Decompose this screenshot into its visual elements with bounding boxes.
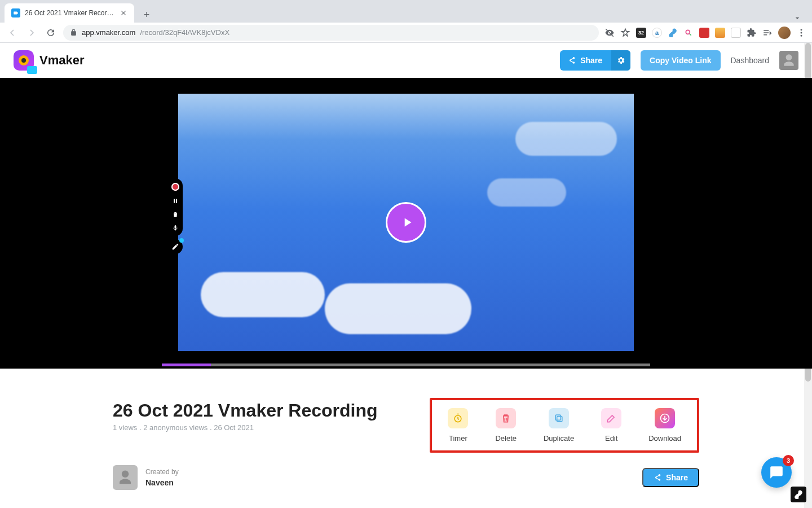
video-progress-track[interactable] <box>162 364 650 366</box>
video-thumbnail[interactable] <box>178 94 634 351</box>
timer-icon <box>448 408 468 428</box>
browser-toolbar: app.vmaker.com/record/32qF4lAVK8jcVDxX 3… <box>0 23 812 43</box>
chat-badge: 3 <box>783 455 794 466</box>
tab-favicon-icon <box>11 8 20 17</box>
browser-chrome: 26 Oct 2021 Vmaker Recording + app.vmake… <box>0 0 812 43</box>
chat-fab[interactable]: 3 <box>761 457 792 488</box>
edit-action[interactable]: Edit <box>601 408 621 443</box>
browser-menu-icon[interactable] <box>796 28 806 38</box>
forward-button[interactable] <box>25 26 38 40</box>
svg-point-4 <box>801 32 802 33</box>
duplicate-label: Duplicate <box>544 434 574 443</box>
svg-point-3 <box>801 29 802 30</box>
url-path: /record/32qF4lAVK8jcVDxX <box>140 28 230 37</box>
brand[interactable]: Vmaker <box>14 50 85 71</box>
extension-zoom-icon[interactable] <box>683 28 694 38</box>
extension-doc-icon[interactable] <box>731 28 741 38</box>
draw-tool-icon[interactable] <box>168 239 183 254</box>
mic-icon[interactable] <box>172 225 179 231</box>
extension-image-icon[interactable] <box>715 28 725 38</box>
app-header: Vmaker Share Copy Video Link Dashboard <box>0 43 812 78</box>
share-settings-button[interactable] <box>611 50 630 71</box>
profile-avatar-icon[interactable] <box>778 27 791 39</box>
reload-button[interactable] <box>44 26 58 40</box>
extensions-row: 32 a <box>604 27 806 39</box>
delete-icon <box>496 408 516 428</box>
record-button-icon[interactable] <box>171 183 179 191</box>
recording-toolbar <box>168 178 183 254</box>
corner-widget[interactable] <box>791 487 806 502</box>
extensions-menu-icon[interactable] <box>747 28 757 38</box>
download-label: Download <box>648 434 681 443</box>
share-lower-label: Share <box>666 473 688 482</box>
incognito-off-icon[interactable] <box>604 28 615 38</box>
user-avatar[interactable] <box>779 51 798 70</box>
extension-calendar-icon[interactable]: 32 <box>636 28 646 38</box>
svg-rect-8 <box>555 415 561 420</box>
video-meta-section: 26 Oct 2021 Vmaker Recording 1 views . 2… <box>102 369 710 453</box>
video-player-area <box>0 78 812 369</box>
url-host: app.vmaker.com <box>82 28 135 37</box>
timer-action[interactable]: Timer <box>448 408 468 443</box>
play-icon <box>400 215 414 230</box>
tab-close-icon[interactable] <box>120 9 127 17</box>
address-bar[interactable]: app.vmaker.com/record/32qF4lAVK8jcVDxX <box>63 25 599 41</box>
trash-icon[interactable] <box>172 211 179 218</box>
browser-tab[interactable]: 26 Oct 2021 Vmaker Recording <box>5 3 134 23</box>
duplicate-action[interactable]: Duplicate <box>544 408 574 443</box>
lock-icon <box>70 29 77 36</box>
svg-point-1 <box>686 30 690 34</box>
play-button[interactable] <box>386 202 426 243</box>
download-icon <box>655 408 675 428</box>
video-meta-line: 1 views . 2 anonymous views . 26 Oct 202… <box>113 423 378 432</box>
edit-label: Edit <box>605 434 617 443</box>
share-button[interactable]: Share <box>560 50 630 71</box>
svg-point-5 <box>801 34 802 36</box>
tab-title: 26 Oct 2021 Vmaker Recording <box>25 9 115 17</box>
share-label: Share <box>580 56 602 65</box>
person-icon <box>782 53 796 68</box>
extension-red-icon[interactable] <box>699 28 709 38</box>
back-button[interactable] <box>6 26 19 40</box>
media-controls-icon[interactable] <box>762 28 773 38</box>
brand-name: Vmaker <box>39 53 85 68</box>
created-by-label: Created by <box>145 468 179 476</box>
gear-icon <box>616 56 625 65</box>
video-progress-fill <box>162 364 211 366</box>
delete-label: Delete <box>495 434 517 443</box>
bookmark-star-icon[interactable] <box>620 28 630 38</box>
tab-strip: 26 Oct 2021 Vmaker Recording + <box>0 0 812 23</box>
share-icon <box>654 474 661 481</box>
extension-link-icon[interactable] <box>668 28 678 38</box>
svg-rect-7 <box>557 417 562 422</box>
creator-name: Naveen <box>145 478 179 487</box>
download-action[interactable]: Download <box>648 408 681 443</box>
chat-icon <box>769 465 784 480</box>
copy-video-link-button[interactable]: Copy Video Link <box>641 50 720 71</box>
creator-avatar-icon <box>113 465 138 490</box>
creator-row: Created by Naveen Share <box>102 465 710 490</box>
edit-icon <box>601 408 621 428</box>
share-icon <box>568 56 576 64</box>
video-title: 26 Oct 2021 Vmaker Recording <box>113 400 378 421</box>
pause-icon[interactable] <box>172 198 179 204</box>
extension-amazon-icon[interactable]: a <box>652 28 662 38</box>
svg-line-2 <box>690 33 691 35</box>
delete-action[interactable]: Delete <box>495 408 517 443</box>
tabs-overflow-icon[interactable] <box>793 14 807 23</box>
share-button-lower[interactable]: Share <box>642 468 699 487</box>
copy-link-label: Copy Video Link <box>650 56 711 65</box>
new-tab-button[interactable]: + <box>139 7 155 23</box>
video-actions-row: Timer Delete Duplicate Edit Download <box>430 398 699 453</box>
link-icon <box>794 490 803 499</box>
brand-logo-icon <box>14 50 34 71</box>
duplicate-icon <box>549 408 569 428</box>
dashboard-link[interactable]: Dashboard <box>731 56 770 65</box>
timer-label: Timer <box>449 434 467 443</box>
